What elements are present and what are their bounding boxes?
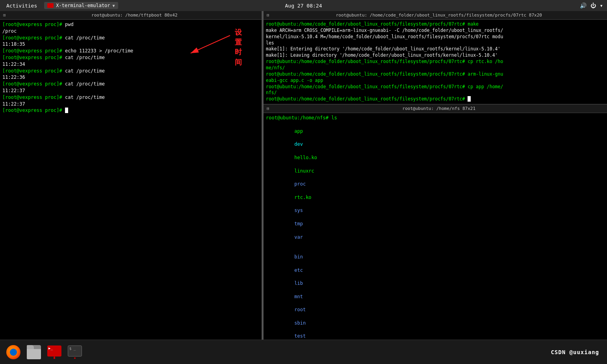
terminal-app-button[interactable]: X-terminal-emulator ▼: [44, 2, 118, 9]
taskbar: ▶_ $ _ CSDN @uuxiang: [0, 340, 607, 364]
terminal-line: root@ubuntu:/home/code_folder/uboot_linu…: [266, 96, 605, 102]
terminal-line: kernel/linux-5.10.4 M=/home/code_folder/…: [266, 34, 605, 40]
terminal-dark-icon: $ _: [68, 345, 82, 357]
terminal-line: eabi-gcc app.c -o app: [266, 78, 605, 84]
topbar: Activities X-terminal-emulator ▼ Aug 27 …: [0, 0, 607, 11]
annotation-text: 设置时间: [235, 28, 242, 67]
terminal-line: root@ubuntu:/home/code_folder/uboot_linu…: [266, 21, 605, 28]
terminal-app-icon: [47, 3, 54, 8]
topbar-left: Activities X-terminal-emulator ▼: [4, 2, 118, 9]
terminal-line: [root@vexpress proc]# cat /proc/time: [2, 68, 259, 74]
topbar-datetime: Aug 27 08:24: [285, 3, 322, 9]
power-icon[interactable]: ⏻: [590, 2, 596, 9]
volume-icon[interactable]: 🔊: [580, 2, 587, 9]
annotation-arrow-svg: [179, 32, 242, 63]
left-terminal-body[interactable]: [root@vexpress proc]# pwd /proc [root@ve…: [0, 20, 262, 340]
dropdown-arrow-icon[interactable]: ▼: [113, 4, 115, 8]
grid-icon-right-bottom: ⊞: [267, 106, 269, 111]
svg-line-1: [191, 35, 230, 53]
terminal-line: [root@vexpress proc]# cat /proc/time: [2, 94, 259, 101]
terminal-red-icon: ▶_: [47, 345, 61, 357]
terminal-line: me/nfs/: [266, 65, 605, 71]
terminal-line: root@ubuntu:/home/code_folder/uboot_linu…: [266, 59, 605, 65]
terminal-line: [root@vexpress proc]# pwd: [2, 21, 259, 28]
taskbar-filemanager-icon[interactable]: [24, 343, 43, 362]
left-terminal-panel: ⊞ root@ubuntu: /home/tftpboot 80x42 [roo…: [0, 11, 262, 340]
left-terminal-titlebar: ⊞ root@ubuntu: /home/tftpboot 80x42: [0, 11, 262, 20]
terminal-line: [root@vexpress proc]#: [2, 107, 259, 114]
terminal-line: root@ubuntu:/home/code_folder/uboot_linu…: [266, 84, 605, 90]
firefox-icon: [6, 345, 20, 359]
filemanager-icon: [27, 345, 41, 359]
terminal-line: [root@vexpress proc]# cat /proc/time: [2, 81, 259, 87]
terminal-line: make[1]: Leaving directory '/home/code_f…: [266, 52, 605, 59]
right-top-terminal-panel: ⊞ root@ubuntu: /home/code_folder/uboot_l…: [264, 11, 607, 104]
right-bottom-title: root@ubuntu: /home/nfs 87x21: [274, 106, 604, 111]
terminal-line: make[1]: Entering directory '/home/code_…: [266, 46, 605, 52]
terminal-line: les: [266, 40, 605, 46]
taskbar-firefox-icon[interactable]: [4, 343, 23, 362]
right-bottom-titlebar: ⊞ root@ubuntu: /home/nfs 87x21: [264, 104, 607, 113]
left-terminal-title: root@ubuntu: /home/tftpboot 80x42: [11, 13, 258, 18]
terminal-line: nfs/: [266, 90, 605, 96]
main-content: ⊞ root@ubuntu: /home/tftpboot 80x42 [roo…: [0, 11, 607, 340]
terminal-line: root@ubuntu:/home/code_folder/uboot_linu…: [266, 71, 605, 78]
terminal-line: 11:22:37: [2, 101, 259, 108]
taskbar-right-label: CSDN @uuxiang: [551, 349, 599, 355]
grid-icon: ⊞: [3, 13, 6, 18]
terminal-line: root@ubuntu:/home/nfs# ls: [266, 115, 605, 121]
activities-button[interactable]: Activities: [4, 2, 39, 9]
taskbar-terminal-red-icon[interactable]: ▶_: [45, 343, 64, 362]
topbar-right: 🔊 ⏻ ▾: [580, 2, 603, 9]
terminal-line: 11:22:36: [2, 74, 259, 81]
menu-icon[interactable]: ▾: [600, 2, 603, 9]
taskbar-terminal-dark-icon[interactable]: $ _: [65, 343, 84, 362]
terminal-line: 11:22:37: [2, 87, 259, 94]
right-panel: ⊞ root@ubuntu: /home/code_folder/uboot_l…: [264, 11, 607, 340]
grid-icon-right-top: ⊞: [267, 13, 269, 18]
right-bottom-terminal-body[interactable]: root@ubuntu:/home/nfs# ls app dev hello.…: [264, 113, 607, 364]
right-top-title: root@ubuntu: /home/code_folder/uboot_lin…: [274, 13, 604, 18]
right-top-titlebar: ⊞ root@ubuntu: /home/code_folder/uboot_l…: [264, 11, 607, 20]
terminal-app-label: X-terminal-emulator: [56, 3, 110, 8]
right-bottom-terminal-panel: ⊞ root@ubuntu: /home/nfs 87x21 root@ubun…: [264, 104, 607, 364]
terminal-line: app dev hello.ko linuxrc proc rtc.ko sys: [266, 121, 605, 247]
terminal-line: make ARCH=arm CROSS_COMPILE=arm-linux-gn…: [266, 28, 605, 34]
right-top-terminal-body[interactable]: root@ubuntu:/home/code_folder/uboot_linu…: [264, 20, 607, 104]
